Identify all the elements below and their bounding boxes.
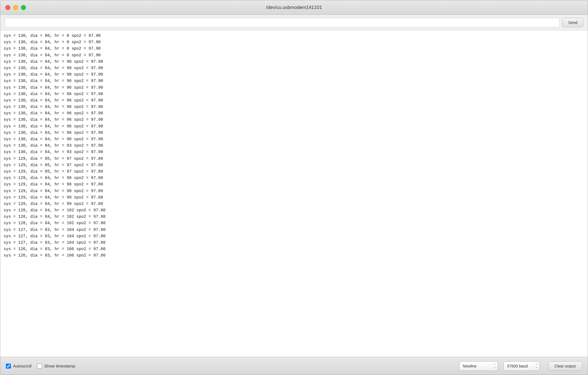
output-line: sys = 130, dia = 84, hr = 96 spo2 = 97.9… [4, 130, 584, 136]
output-line: sys = 128, dia = 84, hr = 102 spo2 = 97.… [4, 214, 584, 220]
output-line: sys = 129, dia = 85, hr = 97 spo2 = 97.8… [4, 168, 584, 175]
output-line: sys = 130, dia = 84, hr = 96 spo2 = 97.9… [4, 97, 584, 104]
titlebar: /dev/cu.usbmodem141101 [0, 0, 588, 15]
output-line: sys = 127, dia = 83, hr = 104 spo2 = 97.… [4, 239, 584, 246]
output-line: sys = 128, dia = 84, hr = 102 spo2 = 97.… [4, 220, 584, 226]
autoscroll-group: Autoscroll [6, 364, 32, 369]
output-line: sys = 130, dia = 84, hr = 98 spo2 = 97.9… [4, 71, 584, 78]
timestamp-group: Show timestamp [37, 364, 75, 369]
newline-dropdown-wrapper: NewlineNo line endingCarriage returnBoth… [459, 361, 498, 371]
output-line: sys = 130, dia = 84, hr = 0 spo2 = 97.90 [4, 39, 584, 45]
send-button[interactable]: Send [562, 18, 583, 27]
timestamp-label[interactable]: Show timestamp [44, 364, 75, 368]
output-line: sys = 130, dia = 84, hr = 96 spo2 = 97.9… [4, 110, 584, 117]
output-area[interactable]: sys = 130, dia = 80, hr = 0 spo2 = 97.90… [0, 30, 588, 357]
output-line: sys = 129, dia = 84, hr = 98 spo2 = 97.8… [4, 175, 584, 181]
output-line: sys = 128, dia = 84, hr = 102 spo2 = 97.… [4, 207, 584, 214]
output-line: sys = 129, dia = 84, hr = 99 spo2 = 97.6… [4, 194, 584, 201]
output-line: sys = 130, dia = 84, hr = 93 spo2 = 97.9… [4, 142, 584, 149]
baud-dropdown[interactable]: 300 baud1200 baud2400 baud4800 baud9600 … [504, 361, 540, 371]
output-line: sys = 130, dia = 84, hr = 96 spo2 = 97.9… [4, 104, 584, 110]
output-line: sys = 129, dia = 85, hr = 97 spo2 = 97.8… [4, 156, 584, 162]
statusbar: Autoscroll Show timestamp NewlineNo line… [0, 357, 588, 375]
timestamp-checkbox[interactable] [37, 364, 42, 369]
output-line: sys = 130, dia = 84, hr = 96 spo2 = 97.9… [4, 117, 584, 123]
toolbar: Send [0, 15, 588, 30]
window-title: /dev/cu.usbmodem141101 [266, 5, 322, 10]
output-line: sys = 130, dia = 84, hr = 96 spo2 = 97.9… [4, 91, 584, 97]
output-line: sys = 130, dia = 84, hr = 0 spo2 = 97.90 [4, 52, 584, 59]
maximize-button[interactable] [21, 5, 26, 10]
output-line: sys = 129, dia = 84, hr = 99 spo2 = 97.6… [4, 201, 584, 207]
output-line: sys = 127, dia = 83, hr = 104 spo2 = 97.… [4, 227, 584, 233]
main-window: /dev/cu.usbmodem141101 Send sys = 130, d… [0, 0, 588, 375]
send-input[interactable] [5, 18, 560, 27]
output-line: sys = 130, dia = 84, hr = 0 spo2 = 97.90 [4, 45, 584, 52]
output-line: sys = 129, dia = 84, hr = 98 spo2 = 97.8… [4, 188, 584, 194]
output-line: sys = 130, dia = 84, hr = 98 spo2 = 97.9… [4, 59, 584, 65]
traffic-lights [5, 5, 26, 10]
output-line: sys = 129, dia = 85, hr = 97 spo2 = 97.8… [4, 162, 584, 168]
newline-dropdown[interactable]: NewlineNo line endingCarriage returnBoth… [459, 361, 498, 371]
autoscroll-checkbox[interactable] [6, 364, 11, 369]
baud-dropdown-wrapper: 300 baud1200 baud2400 baud4800 baud9600 … [504, 361, 540, 371]
output-line: sys = 130, dia = 84, hr = 96 spo2 = 97.9… [4, 78, 584, 84]
output-line: sys = 130, dia = 84, hr = 96 spo2 = 97.9… [4, 84, 584, 91]
output-line: sys = 130, dia = 84, hr = 98 spo2 = 97.9… [4, 65, 584, 71]
output-line: sys = 130, dia = 84, hr = 96 spo2 = 97.9… [4, 123, 584, 130]
minimize-button[interactable] [13, 5, 18, 10]
autoscroll-label[interactable]: Autoscroll [13, 364, 32, 368]
close-button[interactable] [5, 5, 10, 10]
output-line: sys = 127, dia = 83, hr = 104 spo2 = 97.… [4, 233, 584, 239]
output-line: sys = 130, dia = 84, hr = 96 spo2 = 97.9… [4, 136, 584, 142]
output-line: sys = 130, dia = 80, hr = 0 spo2 = 97.90 [4, 33, 584, 39]
output-line: sys = 129, dia = 84, hr = 98 spo2 = 97.8… [4, 181, 584, 188]
clear-output-button[interactable]: Clear output [548, 361, 582, 371]
output-line: sys = 126, dia = 83, hr = 106 spo2 = 97.… [4, 252, 584, 259]
output-line: sys = 130, dia = 84, hr = 93 spo2 = 97.9… [4, 149, 584, 155]
output-line: sys = 126, dia = 83, hr = 106 spo2 = 97.… [4, 246, 584, 252]
